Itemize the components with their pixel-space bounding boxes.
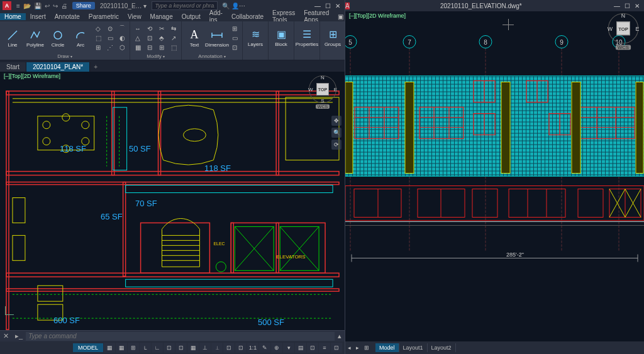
- tab-manage[interactable]: Manage: [146, 13, 177, 20]
- maximize-button[interactable]: ☐: [623, 3, 631, 9]
- viewport-plan[interactable]: [–][Top][2D Wireframe]: [0, 72, 345, 330]
- nav-pan-icon[interactable]: ✥: [331, 116, 341, 126]
- tab-parametric[interactable]: Parametric: [84, 13, 123, 20]
- modify-icon[interactable]: ✂: [156, 24, 167, 33]
- tab-insert[interactable]: Insert: [26, 13, 50, 20]
- tab-output[interactable]: Output: [177, 13, 205, 20]
- ribbon-groups[interactable]: ⊞Groups: [320, 21, 346, 60]
- modify-icon[interactable]: ↔: [132, 24, 143, 33]
- draw-misc-icon[interactable]: ⌒: [116, 24, 128, 33]
- sb-toggle-icon[interactable]: ⊥: [199, 343, 211, 353]
- sb-toggle-icon[interactable]: ≡: [319, 343, 330, 353]
- tab-annotate[interactable]: Annotate: [50, 13, 84, 20]
- modify-icon[interactable]: △: [132, 33, 143, 42]
- layout2[interactable]: Layout2: [428, 343, 456, 352]
- doc-title[interactable]: 20210110_E… ▾: [97, 3, 150, 9]
- filetab-plan[interactable]: 20210104_PLAN*: [26, 62, 90, 72]
- qat-menu-icon[interactable]: ≡: [16, 3, 20, 9]
- panel-label-draw[interactable]: Draw: [2, 53, 128, 60]
- qat-save-icon[interactable]: 💾: [34, 3, 42, 9]
- close-button[interactable]: ✕: [333, 3, 342, 9]
- sb-toggle-icon[interactable]: ⊡: [164, 343, 175, 353]
- panel-label-annotation[interactable]: Annotation: [184, 53, 240, 60]
- viewport-elevation[interactable]: [–][Top][2D Wireframe] 578910: [345, 11, 644, 341]
- filetab-add-icon[interactable]: +: [90, 62, 101, 72]
- draw-extra[interactable]: ◇⊙⌒ ⬚▭◐ ⊞⋰⬡: [92, 24, 128, 52]
- modify-icon[interactable]: ⊟: [144, 43, 155, 52]
- draw-misc-icon[interactable]: ⊞: [92, 43, 104, 52]
- sb-toggle-icon[interactable]: ▾: [283, 343, 294, 353]
- modify-icon[interactable]: ⬚: [168, 43, 179, 52]
- modify-icon[interactable]: ⊞: [156, 43, 167, 52]
- modify-icon[interactable]: ⟲: [144, 24, 155, 33]
- anno-icon[interactable]: ⊞: [229, 24, 240, 33]
- tab-collaborate[interactable]: Collaborate: [227, 13, 268, 20]
- sb-nav-right-icon[interactable]: ▸: [353, 345, 362, 351]
- sb-nav-left-icon[interactable]: ◂: [345, 345, 353, 351]
- circle-button[interactable]: Circle: [47, 23, 69, 52]
- sb-toggle-icon[interactable]: ⊡: [235, 343, 247, 353]
- minimize-button[interactable]: —: [313, 3, 322, 9]
- sb-model[interactable]: MODEL: [73, 343, 103, 352]
- sb-toggle-icon[interactable]: ∟: [152, 343, 163, 353]
- filetab-start[interactable]: Start: [0, 62, 26, 72]
- text-button[interactable]: AText: [184, 23, 205, 52]
- polyline-button[interactable]: Polyline: [25, 23, 46, 52]
- draw-misc-icon[interactable]: ⊙: [104, 24, 116, 33]
- share-button[interactable]: Share: [72, 2, 95, 9]
- search-input[interactable]: [152, 1, 218, 10]
- wcs-label[interactable]: WCS: [316, 104, 330, 109]
- modify-icon[interactable]: ▦: [132, 43, 143, 52]
- more-icon[interactable]: ⋯: [239, 3, 245, 9]
- draw-misc-icon[interactable]: ◇: [92, 24, 104, 33]
- ribbon-layers[interactable]: ≋Layers: [243, 21, 269, 60]
- line-button[interactable]: Line: [2, 23, 23, 52]
- viewcube[interactable]: N E W TOP WCS: [606, 13, 641, 55]
- cmd-close-icon[interactable]: ✕: [0, 332, 12, 340]
- anno-icon[interactable]: ⊡: [229, 43, 240, 52]
- command-input[interactable]: [26, 332, 335, 341]
- sb-toggle-icon[interactable]: ⊡: [307, 343, 318, 353]
- search-icon[interactable]: 🔍: [220, 3, 231, 9]
- draw-misc-icon[interactable]: ▭: [104, 33, 116, 42]
- qat-open-icon[interactable]: 📂: [23, 3, 31, 9]
- sb-toggle-icon[interactable]: ▦: [116, 343, 127, 353]
- sb-toggle-icon[interactable]: ⊡: [175, 343, 187, 353]
- sb-toggle-icon[interactable]: ⊡: [331, 343, 342, 353]
- sb-toggle-icon[interactable]: ˪: [140, 343, 151, 353]
- sb-toggle-icon[interactable]: ▦: [104, 343, 115, 353]
- anno-icon[interactable]: ▭: [229, 33, 240, 42]
- modify-icon[interactable]: ↗: [168, 33, 179, 42]
- sb-toggle-icon[interactable]: ▦: [187, 343, 199, 353]
- modify-icon[interactable]: ⇆: [168, 24, 179, 33]
- ribbon-properties[interactable]: ☰Properties: [294, 21, 320, 60]
- minimize-button[interactable]: —: [613, 3, 621, 9]
- draw-misc-icon[interactable]: ◐: [116, 33, 128, 42]
- draw-misc-icon[interactable]: ⬚: [92, 33, 104, 42]
- sb-toggle-icon[interactable]: 1:1: [247, 343, 258, 353]
- layout1[interactable]: Layout1: [399, 343, 428, 352]
- sb-toggle-icon[interactable]: ▤: [295, 343, 306, 353]
- sb-toggle-icon[interactable]: ✎: [259, 343, 270, 353]
- sb-toggle-icon[interactable]: ⊕: [271, 343, 282, 353]
- panel-label-modify[interactable]: Modify: [132, 53, 179, 60]
- cmd-expand-icon[interactable]: ▴: [335, 332, 345, 340]
- maximize-button[interactable]: ☐: [323, 3, 332, 9]
- sb-toggle-icon[interactable]: ⊞: [128, 343, 139, 353]
- nav-zoom-icon[interactable]: 🔍: [331, 128, 341, 138]
- dimension-button[interactable]: Dimension: [206, 23, 228, 52]
- viewcube[interactable]: N S E W TOP WCS: [307, 75, 338, 113]
- nav-orbit-icon[interactable]: ⟳: [331, 140, 341, 150]
- modify-icon[interactable]: ⬘: [156, 33, 167, 42]
- qat-undo-icon[interactable]: ↩: [45, 3, 50, 9]
- draw-misc-icon[interactable]: ⬡: [116, 43, 128, 52]
- signin-icon[interactable]: 👤: [231, 3, 239, 9]
- sb-nav-grid-icon[interactable]: ⊞: [362, 345, 372, 351]
- sb-toggle-icon[interactable]: ⊡: [223, 343, 235, 353]
- tab-view[interactable]: View: [123, 13, 146, 20]
- arc-button[interactable]: Arc: [70, 23, 91, 52]
- wcs-label[interactable]: WCS: [616, 45, 631, 50]
- ribbon-block[interactable]: ▣Block: [269, 21, 294, 60]
- sb-toggle-icon[interactable]: ⟂: [211, 343, 223, 353]
- modify-icon[interactable]: ⊡: [144, 33, 155, 42]
